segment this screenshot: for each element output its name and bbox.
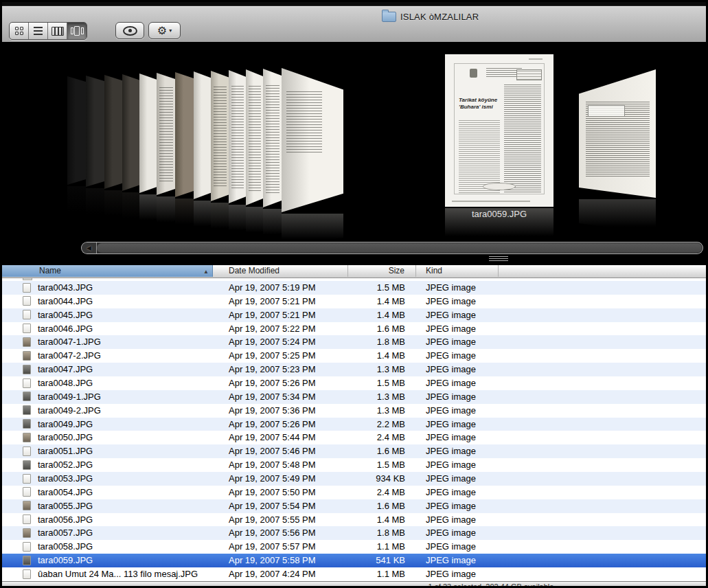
column-header-size[interactable]: Size	[348, 265, 416, 277]
table-row[interactable]: ûaban Umut 24 Ma... 113 filo mesaj.JPGAp…	[0, 567, 708, 581]
icon-view-icon	[15, 27, 23, 35]
page-text-lines	[159, 87, 173, 183]
file-date-modified: Apr 19, 2007 5:49 PM	[229, 472, 315, 486]
quicklook-button[interactable]	[115, 22, 144, 39]
table-row[interactable]: tara0047.JPGApr 19, 2007 5:23 PM1.3 MBJP…	[0, 363, 708, 376]
file-thumbnail-icon	[23, 365, 31, 374]
table-row[interactable]: tara0046.JPGApr 19, 2007 5:22 PM1.6 MBJP…	[0, 322, 708, 336]
table-row[interactable]: tara0059.JPGApr 19, 2007 5:58 PM541 KBJP…	[0, 554, 708, 567]
page-text-lines	[286, 91, 322, 155]
file-date-modified: Apr 19, 2007 5:25 PM	[229, 349, 315, 363]
file-thumbnail-icon	[23, 296, 31, 306]
file-thumbnail-icon	[23, 446, 31, 456]
table-row[interactable]: tara0047-1.JPGApr 19, 2007 5:24 PM1.8 MB…	[0, 335, 708, 349]
stack-page-reflection	[86, 188, 104, 218]
coverflow-stack-page[interactable]	[139, 74, 157, 193]
stack-page-reflection	[211, 203, 229, 233]
file-name: tara0043.JPG	[38, 281, 93, 295]
file-date-modified: Apr 19, 2007 5:58 PM	[229, 554, 315, 567]
list-view-button[interactable]	[29, 23, 48, 39]
pane-resize-grip[interactable]	[489, 256, 508, 262]
coverflow-stack-page[interactable]	[194, 71, 211, 199]
file-size: 541 KB	[349, 554, 405, 567]
table-row[interactable]: tara0044.JPGApr 19, 2007 5:21 PM1.4 MBJP…	[0, 295, 708, 308]
coverflow-stack-page[interactable]	[229, 70, 246, 203]
file-thumbnail-icon	[23, 460, 31, 470]
coverflow-scrollbar[interactable]: ◀	[81, 242, 703, 254]
scrollbar-thumb[interactable]	[97, 243, 702, 253]
table-row[interactable]: tara0057.JPGApr 19, 2007 5:56 PM1.8 MBJP…	[0, 526, 708, 540]
file-kind: JPEG image	[426, 308, 476, 322]
table-row[interactable]: tara0048.JPGApr 19, 2007 5:26 PM1.5 MBJP…	[0, 376, 708, 390]
file-date-modified: Apr 19, 2007 5:22 PM	[229, 322, 315, 336]
column-header-filler	[499, 265, 708, 277]
column-header-kind[interactable]: Kind	[416, 265, 499, 277]
page-text-lines	[266, 85, 279, 194]
file-size: 1.5 MB	[349, 281, 405, 295]
table-row[interactable]: tara0051.JPGApr 19, 2007 5:46 PM1.6 MBJP…	[0, 444, 708, 458]
file-name: ûaban Umut 24 Ma... 113 filo mesaj.JPG	[38, 567, 198, 581]
coverflow-view-button[interactable]	[67, 23, 87, 39]
file-size: 1.4 MB	[349, 513, 405, 527]
file-size: 1.6 MB	[349, 444, 405, 458]
file-name: tara0056.JPG	[38, 513, 93, 527]
coverflow-stack-page[interactable]	[122, 74, 139, 191]
gear-icon: ⚙	[157, 25, 167, 36]
finder-window: { "window": { "title": "ISLAK òMZALILAR"…	[0, 0, 708, 588]
list-header: Name ▲ Date Modified Size Kind	[0, 265, 708, 278]
file-name: tara0053.JPG	[38, 472, 93, 486]
column-view-button[interactable]	[48, 23, 67, 39]
file-date-modified: Apr 19, 2007 5:21 PM	[229, 308, 315, 322]
file-name: tara0049-1.JPG	[38, 390, 101, 404]
table-row[interactable]: tara0055.JPGApr 19, 2007 5:54 PM1.6 MBJP…	[0, 499, 708, 513]
table-row[interactable]: tara0043.JPGApr 19, 2007 5:19 PM1.5 MBJP…	[0, 281, 708, 295]
file-size: 1.8 MB	[349, 335, 405, 349]
file-size: 1.5 MB	[349, 376, 405, 390]
scroll-left-button[interactable]: ◀	[82, 242, 97, 253]
table-row[interactable]: tara0053.JPGApr 19, 2007 5:49 PM934 KBJP…	[0, 472, 708, 486]
coverflow-stack-page[interactable]	[211, 71, 229, 201]
file-name: tara0047-1.JPG	[38, 335, 101, 349]
file-kind: JPEG image	[426, 431, 476, 444]
table-row[interactable]: tara0056.JPGApr 19, 2007 5:55 PM1.4 MBJP…	[0, 513, 708, 527]
coverflow-stack-page[interactable]	[157, 73, 175, 195]
file-name: tara0051.JPG	[38, 444, 93, 458]
table-row[interactable]: tara0054.JPGApr 19, 2007 5:50 PM2.4 MBJP…	[0, 486, 708, 499]
table-row[interactable]: tara0049-1.JPGApr 19, 2007 5:34 PM1.3 MB…	[0, 390, 708, 404]
file-size: 2.2 MB	[349, 418, 405, 431]
file-kind: JPEG image	[426, 363, 476, 376]
status-text: 1 of 23 selected, 202.44 GB available	[347, 583, 635, 588]
table-row[interactable]: tara0052.JPGApr 19, 2007 5:48 PM1.5 MBJP…	[0, 458, 708, 472]
table-row[interactable]: tara0058.JPGApr 19, 2007 5:57 PM1.1 MBJP…	[0, 540, 708, 554]
file-date-modified: Apr 19, 2007 5:56 PM	[229, 526, 315, 540]
file-name: tara0046.JPG	[38, 322, 93, 336]
icon-view-button[interactable]	[10, 23, 29, 39]
table-row[interactable]: tara0049-2.JPGApr 19, 2007 5:36 PM1.3 MB…	[0, 404, 708, 418]
table-row[interactable]: tara0045.JPGApr 19, 2007 5:21 PM1.4 MBJP…	[0, 308, 708, 322]
file-size: 1.3 MB	[349, 390, 405, 404]
table-row[interactable]: tara0050.JPGApr 19, 2007 5:44 PM2.4 MBJP…	[0, 431, 708, 444]
coverflow-stack-page[interactable]	[246, 69, 263, 205]
document-headline: Tarikat köyüne 'Buhara' ismi	[459, 97, 500, 110]
coverflow-stack-page[interactable]	[263, 69, 282, 207]
file-thumbnail-icon	[23, 378, 31, 388]
coverflow-stack-page[interactable]	[86, 76, 104, 187]
file-kind: JPEG image	[426, 513, 476, 527]
stack-page-reflection	[122, 192, 139, 223]
file-kind: JPEG image	[426, 418, 476, 431]
page-text-lines	[214, 87, 227, 188]
coverflow-stack-page[interactable]	[67, 76, 86, 185]
coverflow-next-item[interactable]	[579, 69, 656, 198]
coverflow-stack-page[interactable]	[175, 72, 194, 197]
file-list: tara0043.JPGApr 19, 2007 5:19 PM1.5 MBJP…	[0, 278, 708, 581]
column-header-date-modified[interactable]: Date Modified	[213, 265, 348, 277]
coverflow-stack-page[interactable]	[282, 68, 343, 212]
coverflow-focused-item[interactable]: Tarikat köyüne 'Buhara' ismi	[445, 54, 553, 207]
column-header-name[interactable]: Name ▲	[0, 265, 213, 277]
table-row[interactable]: tara0047-2.JPGApr 19, 2007 5:25 PM1.4 MB…	[0, 349, 708, 363]
coverflow-stack-page[interactable]	[104, 75, 122, 189]
action-button[interactable]: ⚙ ▾	[148, 22, 181, 39]
table-row[interactable]: tara0049.JPGApr 19, 2007 5:26 PM2.2 MBJP…	[0, 418, 708, 431]
rows-container: tara0043.JPGApr 19, 2007 5:19 PM1.5 MBJP…	[0, 281, 708, 581]
file-size: 1.3 MB	[349, 363, 405, 376]
